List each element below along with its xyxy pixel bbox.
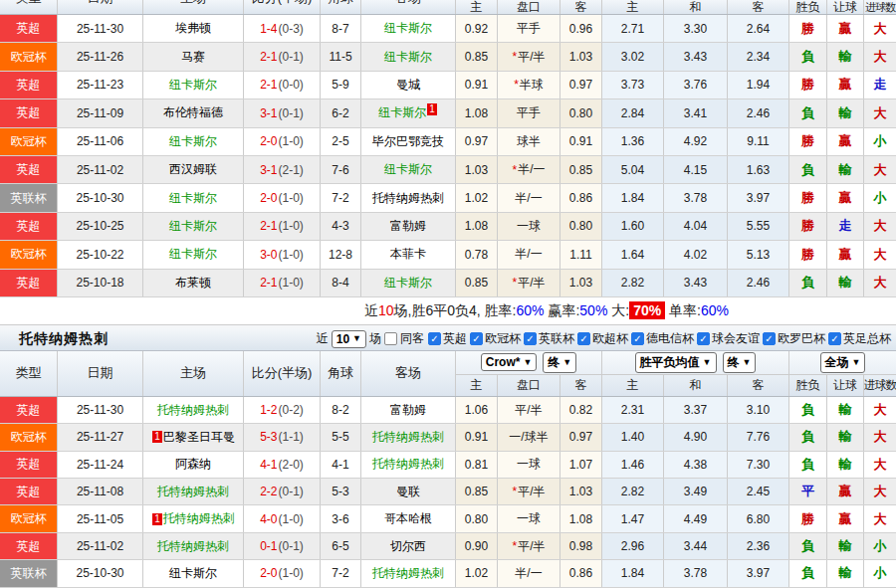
away-team-name[interactable]: 纽卡斯尔 [384,49,432,66]
league-checkbox-label[interactable]: 欧冠杯 [485,330,521,347]
result-mark: 勝 [789,72,827,98]
league-checkbox[interactable]: ✓ [428,332,441,345]
score-cell[interactable]: 2-1(1-0) [244,213,321,240]
home-team-name[interactable]: 纽卡斯尔 [169,218,217,235]
home-team-name[interactable]: 纽卡斯尔 [169,133,217,150]
match-date: 25-11-02 [58,156,143,183]
team-name-title: 托特纳姆热刺 [19,330,109,348]
score-cell[interactable]: 3-1(2-1) [244,156,321,183]
league-checkbox-label[interactable]: 德电信杯 [646,330,694,347]
away-team-name[interactable]: 托特纳姆热刺 [372,429,444,446]
same-away-checkbox[interactable] [384,332,397,345]
away-cell: 纽卡斯尔 [361,43,456,70]
home-team-name[interactable]: 纽卡斯尔 [169,190,217,207]
league-checkbox[interactable]: ✓ [697,332,710,345]
home-team-name[interactable]: 西汉姆联 [169,161,217,178]
score-cell[interactable]: 2-1(1-0) [244,270,321,296]
fulltime-score: 4-0 [260,512,277,526]
handicap-mark: 贏 [827,128,864,155]
away-team-name[interactable]: 托特纳姆热刺 [372,190,444,207]
league-checkbox[interactable]: ✓ [763,332,776,345]
home-cell: 1托特纳姆热刺 [143,505,244,531]
asian-period-select[interactable]: 终▼ [543,352,576,373]
euro-mean-select[interactable]: 胜平负均值▼ [635,352,717,373]
away-team-name[interactable]: 托特纳姆热刺 [372,456,444,473]
eu-away-odds: 2.64 [728,15,789,42]
eu-draw-odds: 4.92 [664,128,728,155]
home-team-name[interactable]: 布伦特福德 [163,104,223,121]
score-cell[interactable]: 2-0(1-0) [244,184,321,211]
league-checkbox-label[interactable]: 球会友谊 [712,330,760,347]
league-checkbox-label[interactable]: 英足总杯 [843,330,891,347]
away-team-name[interactable]: 富勒姆 [390,218,426,235]
score-cell[interactable]: 0-1(0-1) [244,533,321,559]
league-checkbox[interactable]: ✓ [470,332,483,345]
score-cell[interactable]: 2-1(0-0) [244,72,321,98]
league-checkbox[interactable]: ✓ [828,332,841,345]
league-checkbox-label[interactable]: 英联杯 [539,330,574,347]
eu-draw-odds: 3.76 [664,72,728,98]
scope-select[interactable]: 全场▼ [820,352,866,373]
league-checkbox-label[interactable]: 英超 [443,330,467,347]
away-team-name[interactable]: 托特纳姆热刺 [372,565,444,582]
league-checkbox[interactable]: ✓ [631,332,644,345]
ah-line: 球半 [498,128,560,155]
ah-line-text: 一球 [517,510,541,527]
home-team-name[interactable]: 托特纳姆热刺 [157,402,229,419]
away-team-name[interactable]: 哥本哈根 [384,510,432,527]
home-team-name[interactable]: 托特纳姆热刺 [157,538,229,555]
match-date: 25-11-08 [58,479,143,504]
away-team-name[interactable]: 纽卡斯尔 [378,104,426,121]
score-cell[interactable]: 3-0(1-0) [244,241,321,268]
league-badge: 英超 [0,397,58,423]
home-team-name[interactable]: 埃弗顿 [175,20,211,37]
asian-odds-group: Crow*▼ 终▼ [456,351,602,374]
score-cell[interactable]: 5-3(1-1) [244,424,321,450]
away-team-name[interactable]: 纽卡斯尔 [384,161,432,178]
recent-count-select[interactable]: 10▼ [332,330,366,348]
score-cell[interactable]: 4-1(2-0) [244,452,321,478]
ah-line: 半/一 [498,241,560,268]
away-team-name[interactable]: 毕尔巴鄂竞技 [372,133,444,150]
away-team-name[interactable]: 纽卡斯尔 [384,20,432,37]
league-checkbox-label[interactable]: 欧超杯 [592,330,628,347]
match-row: 英超25-11-24阿森纳4-1(2-0)4-1托特纳姆热刺0.81一球1.07… [0,452,896,479]
league-checkbox[interactable]: ✓ [524,332,537,345]
ah-away-odds: 0.91 [560,128,602,155]
ah-away-odds: 1.03 [560,479,602,504]
away-team-name[interactable]: 本菲卡 [390,246,426,263]
score-cell[interactable]: 2-2(0-1) [244,479,321,504]
league-checkbox[interactable]: ✓ [577,332,590,345]
home-team-name[interactable]: 托特纳姆热刺 [157,484,229,500]
home-team-name[interactable]: 布莱顿 [175,275,211,292]
home-team-name[interactable]: 纽卡斯尔 [169,565,217,582]
home-team-name[interactable]: 纽卡斯尔 [169,77,217,94]
home-team-name[interactable]: 马赛 [181,49,205,66]
score-cell[interactable]: 2-1(0-1) [244,43,321,70]
euro-period-select[interactable]: 终▼ [723,352,757,373]
home-team-name[interactable]: 纽卡斯尔 [169,246,217,263]
home-team-name[interactable]: 巴黎圣日耳曼 [163,429,235,446]
score-cell[interactable]: 1-2(0-2) [244,397,321,423]
same-away-label[interactable]: 同客 [400,330,424,347]
score-cell[interactable]: 4-0(1-0) [244,505,321,531]
ah-line-text: 半/一 [515,190,542,207]
home-team-name[interactable]: 托特纳姆热刺 [163,510,235,527]
away-team-name[interactable]: 富勒姆 [390,402,426,419]
away-team-name[interactable]: 曼城 [396,77,420,94]
league-badge: 英超 [0,15,58,42]
away-team-name[interactable]: 切尔西 [390,538,426,555]
score-cell[interactable]: 2-0(1-0) [244,560,321,586]
score-cell[interactable]: 3-1(0-1) [244,99,321,126]
away-team-name[interactable]: 曼联 [396,484,420,500]
bookmaker-select[interactable]: Crow*▼ [481,353,538,371]
ah-line: *平/半 [498,43,560,70]
league-checkbox-label[interactable]: 欧罗巴杯 [778,330,825,347]
away-team-name[interactable]: 纽卡斯尔 [384,275,432,292]
score-cell[interactable]: 1-4(0-3) [244,15,321,42]
score-cell[interactable]: 2-0(1-0) [244,128,321,155]
match-date: 25-11-30 [58,397,143,423]
ah-home-odds: 0.78 [456,241,498,268]
home-team-name[interactable]: 阿森纳 [175,456,211,473]
eu-home-odds: 1.60 [602,213,664,240]
